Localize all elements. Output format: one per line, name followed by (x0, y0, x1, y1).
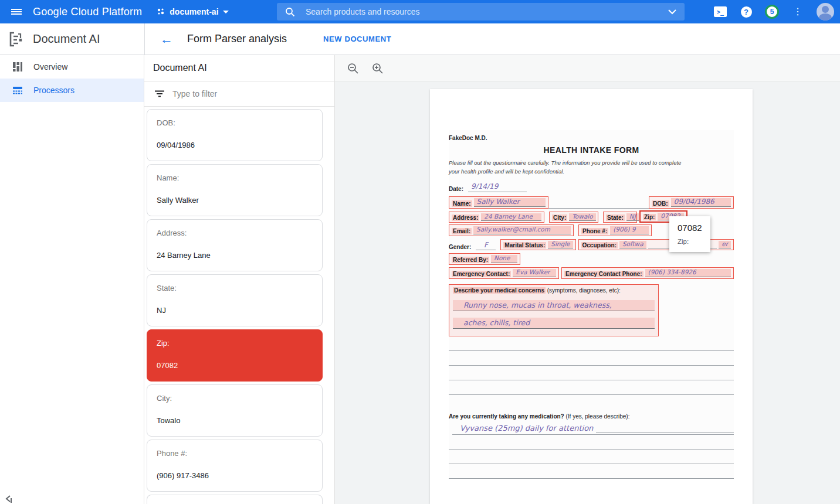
notifications-badge[interactable]: 5 (765, 5, 779, 19)
bbox-emergency-contact[interactable]: Emergency Contact: Eva Walker (449, 267, 559, 279)
handwritten-marital-status: Single (548, 241, 573, 249)
project-name: document-ai (170, 7, 218, 16)
sidebar-item-label: Processors (33, 86, 74, 95)
filter-icon (155, 90, 164, 97)
field-card-list: DOB: 09/04/1986 Name: Sally Walker Addre… (144, 107, 334, 504)
handwritten-medication: Vyvanse (25mg) daily for attention (457, 424, 596, 433)
bbox-marital-status[interactable]: Marital Status: Single (500, 239, 575, 251)
processors-icon (12, 85, 23, 96)
search-placeholder: Search products and resources (306, 7, 668, 16)
handwritten-date: 9/14/19 (468, 183, 527, 192)
medication-label: Are you currently taking any medication?… (449, 413, 734, 420)
bbox-address[interactable]: Address: 24 Barney Lane (449, 212, 544, 223)
handwritten-occupation-tail: er (719, 241, 731, 249)
collapse-sidebar-icon[interactable] (5, 495, 14, 503)
app-bar: Google Cloud Platform document-ai Search… (0, 0, 840, 23)
handwritten-address: 24 Barney Lane (481, 213, 541, 222)
search-icon (285, 7, 295, 17)
form-title: HEALTH INTAKE FORM (449, 145, 734, 155)
field-card-address[interactable]: Address: 24 Barney Lane (147, 219, 323, 271)
toolbar: ← Form Parser analysis NEW DOCUMENT (145, 23, 840, 55)
scanned-form: FakeDoc M.D. HEALTH INTAKE FORM Please f… (449, 130, 734, 479)
back-arrow-icon[interactable]: ← (160, 33, 173, 46)
zoom-out-icon[interactable] (346, 61, 361, 76)
handwritten-dob: 09/04/1986 (671, 198, 731, 207)
document-viewer: FakeDoc M.D. HEALTH INTAKE FORM Please f… (335, 55, 840, 504)
project-selector[interactable]: document-ai (156, 7, 228, 16)
handwritten-gender: F (476, 241, 496, 250)
medical-concerns-label: Describe your medical concerns (symptoms… (453, 287, 655, 294)
handwritten-phone: (906) 9 (610, 226, 649, 234)
field-card-dob[interactable]: DOB: 09/04/1986 (147, 109, 323, 161)
global-search[interactable]: Search products and resources (277, 3, 685, 21)
brand-logo[interactable]: Google Cloud Platform (33, 6, 142, 18)
document-page[interactable]: FakeDoc M.D. HEALTH INTAKE FORM Please f… (430, 89, 753, 504)
handwritten-referred-by: None (491, 255, 517, 263)
more-options-icon[interactable]: ⋮ (791, 5, 805, 19)
avatar[interactable] (817, 3, 834, 21)
sidebar-item-label: Overview (33, 62, 67, 71)
bbox-occupation[interactable]: Occupation: Softwa er (578, 239, 734, 251)
viewer-toolbar (335, 55, 840, 82)
field-card-zip-selected[interactable]: Zip: 07082 (147, 329, 323, 382)
filter-bar (144, 81, 334, 107)
handwritten-emergency-phone: (906) 334-8926 (645, 269, 731, 277)
bbox-emergency-phone[interactable]: Emergency Contact Phone: (906) 334-8926 (561, 267, 734, 279)
blank-line (449, 449, 734, 449)
form-row-emergency: Emergency Contact: Eva Walker Emergency … (449, 267, 734, 279)
clinic-name: FakeDoc M.D. (449, 130, 734, 141)
page-title: Form Parser analysis (187, 33, 287, 45)
cloud-shell-icon[interactable]: >_ (713, 5, 727, 19)
blank-line (449, 350, 734, 351)
form-row-name-dob: Name: Sally Walker DOB: 09/04/1986 (449, 196, 734, 209)
form-intro: Please fill out the questionnaire carefu… (449, 159, 734, 176)
bbox-name[interactable]: Name: Sally Walker (449, 196, 548, 209)
search-expand-chevron-icon[interactable] (668, 9, 676, 15)
field-tooltip: 07082 Zip: (669, 216, 710, 252)
product-header: Document AI (0, 23, 145, 55)
field-card-city[interactable]: City: Towalo (147, 384, 323, 437)
sidebar-item-processors[interactable]: Processors (0, 79, 144, 102)
blank-line (452, 434, 734, 435)
handwritten-name: Sally Walker (474, 198, 546, 207)
form-row-referred: Referred By: None (449, 253, 734, 265)
handwritten-emergency-contact: Eva Walker (513, 269, 556, 277)
handwritten-concerns-line1: Runny nose, mucas in throat, weakness, (453, 300, 655, 311)
sidebar-item-overview[interactable]: Overview (0, 55, 144, 79)
viewer-canvas[interactable]: FakeDoc M.D. HEALTH INTAKE FORM Please f… (335, 82, 840, 504)
tooltip-value: 07082 (678, 223, 702, 233)
bbox-city[interactable]: City: Towalo (549, 212, 598, 223)
tooltip-label: Zip: (678, 238, 702, 245)
field-card-partial[interactable] (147, 495, 323, 504)
field-card-state[interactable]: State: NJ (147, 274, 323, 326)
new-document-button[interactable]: NEW DOCUMENT (323, 35, 391, 43)
bbox-referred-by[interactable]: Referred By: None (449, 253, 520, 265)
document-ai-icon (8, 31, 23, 47)
handwritten-concerns-line2: aches, chills, tired (453, 318, 655, 329)
bbox-state[interactable]: State: NJ (603, 212, 637, 223)
filter-input[interactable] (172, 89, 302, 98)
bbox-medical-concerns[interactable]: Describe your medical concerns (symptoms… (449, 284, 659, 336)
menu-icon[interactable] (0, 8, 33, 16)
handwritten-occupation: Softwa (619, 241, 646, 249)
blank-line (449, 464, 734, 464)
bbox-phone[interactable]: Phone #: (906) 9 (578, 224, 652, 236)
zoom-in-icon[interactable] (370, 61, 385, 76)
project-icon (156, 7, 165, 16)
app-bar-actions: >_ ? 5 ⋮ (713, 0, 834, 23)
overview-icon (12, 62, 23, 72)
bbox-dob[interactable]: DOB: 09/04/1986 (649, 196, 734, 209)
field-card-phone[interactable]: Phone #: (906) 917-3486 (147, 440, 323, 492)
field-card-name[interactable]: Name: Sally Walker (147, 164, 323, 216)
sidebar: Overview Processors (0, 55, 144, 504)
help-icon[interactable]: ? (739, 5, 753, 19)
blank-line (449, 478, 734, 479)
form-row-medication: Vyvanse (25mg) daily for attention (449, 424, 734, 433)
bbox-email[interactable]: Email: Sally.walker@cmail.com (449, 224, 574, 236)
blank-line (449, 365, 734, 366)
blank-line (449, 380, 734, 380)
fields-panel: Document AI DOB: 09/04/1986 Name: Sally … (144, 55, 335, 504)
page-header: Document AI ← Form Parser analysis NEW D… (0, 23, 840, 55)
chevron-down-icon (223, 11, 229, 13)
handwritten-email: Sally.walker@cmail.com (473, 226, 571, 234)
